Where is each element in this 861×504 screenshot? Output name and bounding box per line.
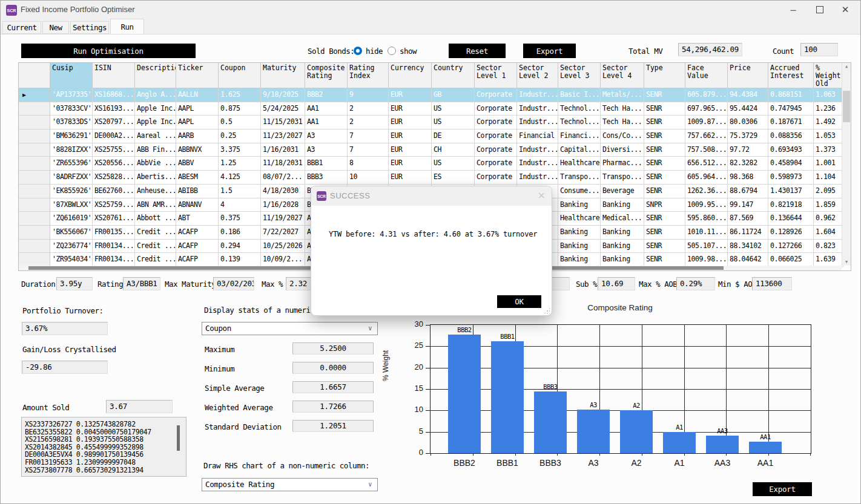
- grid-cell[interactable]: 0.066025: [768, 253, 814, 267]
- show-radio-label[interactable]: show: [400, 47, 417, 56]
- grid-cell[interactable]: 4.125: [219, 171, 261, 185]
- grid-cell[interactable]: Transpo...: [601, 171, 644, 185]
- grid-cell[interactable]: 0.128926: [768, 226, 814, 240]
- amount-sold-field[interactable]: 3.67: [106, 400, 173, 413]
- row-selector-cell[interactable]: [19, 143, 50, 157]
- grid-cell[interactable]: 697.965...: [685, 102, 728, 116]
- grid-cell[interactable]: 88.04642: [728, 253, 768, 267]
- grid-cell[interactable]: ABN AMR...: [135, 198, 176, 212]
- grid-cell[interactable]: Anglo A...: [135, 88, 176, 102]
- grid-cell[interactable]: A3: [305, 129, 348, 143]
- grid-cell[interactable]: 'ZR954034': [50, 253, 93, 267]
- grid-cell[interactable]: Transpo...: [558, 171, 601, 185]
- grid-cell[interactable]: Healthcare: [558, 157, 601, 171]
- grid-cell[interactable]: ABB Fin...: [135, 143, 176, 157]
- grid-cell[interactable]: ABBV: [176, 157, 219, 171]
- grid-cell[interactable]: Banking: [601, 253, 644, 267]
- grid-cell[interactable]: Healthcare: [558, 212, 601, 226]
- grid-cell[interactable]: 0.375: [219, 212, 261, 226]
- rating-field[interactable]: A3/BBB1: [123, 277, 160, 290]
- grid-cell[interactable]: 95.4424: [728, 102, 768, 116]
- grid-cell[interactable]: XS16193...: [93, 102, 135, 116]
- grid-cell[interactable]: 88.6794: [728, 185, 768, 198]
- grid-cell[interactable]: 10/09/2...: [261, 253, 305, 267]
- grid-cell[interactable]: CH: [432, 143, 475, 157]
- grid-column-header[interactable]: Sector Level 2: [517, 63, 558, 88]
- grid-cell[interactable]: US: [432, 102, 475, 116]
- grid-cell[interactable]: AALLN: [176, 88, 219, 102]
- grid-cell[interactable]: XS16868...: [93, 88, 135, 102]
- grid-cell[interactable]: 'ZQ236774': [50, 240, 93, 254]
- grid-cell[interactable]: 1262.36...: [685, 185, 728, 198]
- scroll-up-icon[interactable]: ▲: [842, 64, 851, 69]
- maximize-button[interactable]: [808, 2, 832, 17]
- grid-cell[interactable]: '8828IZXX': [50, 143, 93, 157]
- grid-cell[interactable]: FR00134...: [93, 253, 135, 267]
- grid-cell[interactable]: GB: [432, 88, 475, 102]
- count-field[interactable]: 100: [800, 43, 838, 56]
- grid-cell[interactable]: EUR: [389, 116, 432, 129]
- grid-cell[interactable]: 1.625: [219, 88, 261, 102]
- grid-column-header[interactable]: Ticker: [176, 63, 219, 88]
- grid-column-header[interactable]: Country: [432, 63, 475, 88]
- duration-field[interactable]: 3.95y: [56, 277, 93, 290]
- grid-cell[interactable]: Industr...: [517, 157, 558, 171]
- grid-cell[interactable]: 11/18/2031: [261, 157, 305, 171]
- grid-cell[interactable]: Aareal ...: [135, 129, 176, 143]
- grid-cell[interactable]: SENR: [644, 143, 685, 157]
- grid-cell[interactable]: Metals/...: [601, 88, 644, 102]
- grid-cell[interactable]: 0.5: [219, 116, 261, 129]
- grid-cell[interactable]: Basic I...: [558, 88, 601, 102]
- grid-cell[interactable]: 2: [348, 116, 389, 129]
- grid-cell[interactable]: Credit ...: [135, 240, 176, 254]
- row-selector-cell[interactable]: [19, 212, 50, 226]
- grid-cell[interactable]: EUR: [389, 129, 432, 143]
- grid-cell[interactable]: Corporate: [475, 129, 517, 143]
- grid-cell[interactable]: A3: [305, 143, 348, 157]
- grid-cell[interactable]: 0.747945: [768, 102, 814, 116]
- grid-cell[interactable]: EUR: [389, 171, 432, 185]
- grid-cell[interactable]: 1.001: [814, 157, 843, 171]
- grid-cell[interactable]: SENR: [644, 240, 685, 254]
- grid-cell[interactable]: 0.139: [219, 253, 261, 267]
- grid-cell[interactable]: 82.3282: [728, 157, 768, 171]
- grid-cell[interactable]: Consume...: [558, 185, 601, 198]
- grid-cell[interactable]: 0.187671: [768, 116, 814, 129]
- grid-cell[interactable]: SENR: [644, 253, 685, 267]
- grid-cell[interactable]: 0.458904: [768, 157, 814, 171]
- grid-cell[interactable]: FR00134...: [93, 240, 135, 254]
- grid-cell[interactable]: SENR: [644, 157, 685, 171]
- grid-cell[interactable]: AAPL: [176, 102, 219, 116]
- minimize-button[interactable]: ─: [781, 2, 805, 17]
- grid-cell[interactable]: SENR: [644, 102, 685, 116]
- grid-cell[interactable]: Tech Ha...: [601, 102, 644, 116]
- grid-cell[interactable]: 1.104: [814, 171, 843, 185]
- grid-vscroll-thumb[interactable]: [843, 91, 850, 122]
- grid-cell[interactable]: 1.5: [219, 185, 261, 198]
- grid-cell[interactable]: 10/25/2026: [261, 240, 305, 254]
- grid-cell[interactable]: AbbVie ...: [135, 157, 176, 171]
- grid-cell[interactable]: Financi...: [558, 129, 601, 143]
- grid-column-header[interactable]: Sector Level 4: [601, 63, 644, 88]
- grid-cell[interactable]: 99.147: [728, 198, 768, 212]
- grid-cell[interactable]: 2: [348, 102, 389, 116]
- grid-column-header[interactable]: Face Value: [685, 63, 728, 88]
- grid-cell[interactable]: Anheuse...: [135, 185, 176, 198]
- non-numeric-column-select[interactable]: Composite Rating: [202, 478, 378, 491]
- grid-column-header[interactable]: Currency: [389, 63, 432, 88]
- grid-cell[interactable]: ES: [432, 171, 475, 185]
- grid-cell[interactable]: '87XBWLXX': [50, 198, 93, 212]
- table-row[interactable]: ▶'AP137335'XS16868...Anglo A...AALLN1.62…: [19, 88, 851, 102]
- grid-cell[interactable]: Technol...: [558, 116, 601, 129]
- grid-cell[interactable]: 757.508...: [685, 143, 728, 157]
- hide-radio[interactable]: [354, 47, 362, 55]
- grid-cell[interactable]: Pharmac...: [601, 157, 644, 171]
- grid-cell[interactable]: 505.107...: [685, 240, 728, 254]
- table-row[interactable]: 'BM636291'DE000A2...Aareal ...AARB0.2511…: [19, 129, 851, 143]
- grid-cell[interactable]: Banking: [558, 198, 601, 212]
- min-ao-field[interactable]: 113600: [752, 277, 792, 290]
- row-selector-cell[interactable]: ▶: [19, 88, 50, 102]
- grid-cell[interactable]: 08/07/2...: [261, 171, 305, 185]
- grid-cell[interactable]: 0.088356: [768, 129, 814, 143]
- tab-new[interactable]: New: [42, 21, 69, 34]
